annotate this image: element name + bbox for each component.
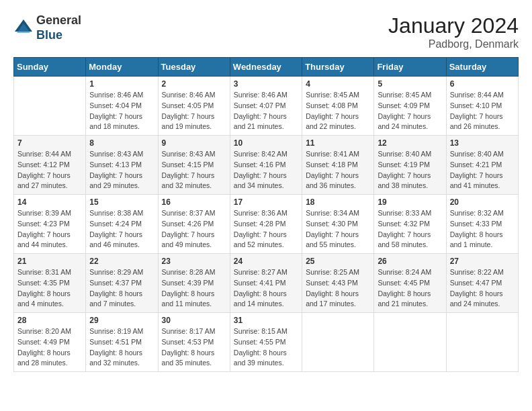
calendar-cell: 17Sunrise: 8:36 AMSunset: 4:28 PMDayligh… (230, 195, 302, 254)
day-number: 9 (162, 138, 226, 148)
calendar-cell: 27Sunrise: 8:22 AMSunset: 4:47 PMDayligh… (446, 254, 518, 313)
page-header: General Blue January 2024 Padborg, Denma… (13, 13, 519, 50)
calendar-cell: 3Sunrise: 8:46 AMSunset: 4:07 PMDaylight… (230, 77, 302, 136)
day-number: 13 (450, 138, 515, 148)
title-area: January 2024 Padborg, Denmark (388, 13, 519, 50)
day-number: 29 (89, 316, 154, 325)
day-info: Sunrise: 8:37 AMSunset: 4:26 PMDaylight:… (162, 208, 226, 250)
calendar-cell: 19Sunrise: 8:33 AMSunset: 4:32 PMDayligh… (374, 195, 446, 254)
header-day-wednesday: Wednesday (230, 58, 302, 77)
day-number: 6 (450, 79, 515, 89)
logo-icon (13, 18, 34, 38)
day-info: Sunrise: 8:20 AMSunset: 4:49 PMDaylight:… (17, 326, 82, 369)
logo: General Blue (13, 13, 81, 42)
day-info: Sunrise: 8:46 AMSunset: 4:04 PMDaylight:… (89, 90, 154, 132)
calendar-cell: 10Sunrise: 8:42 AMSunset: 4:16 PMDayligh… (230, 136, 302, 195)
calendar-cell: 8Sunrise: 8:43 AMSunset: 4:13 PMDaylight… (86, 136, 158, 195)
day-info: Sunrise: 8:29 AMSunset: 4:37 PMDaylight:… (89, 267, 154, 310)
calendar-cell: 13Sunrise: 8:40 AMSunset: 4:21 PMDayligh… (446, 136, 518, 195)
calendar-cell: 26Sunrise: 8:24 AMSunset: 4:45 PMDayligh… (374, 254, 446, 313)
week-row-3: 14Sunrise: 8:39 AMSunset: 4:23 PMDayligh… (14, 195, 519, 254)
day-number: 19 (378, 197, 442, 207)
calendar-cell: 16Sunrise: 8:37 AMSunset: 4:26 PMDayligh… (158, 195, 230, 254)
day-number: 17 (234, 197, 298, 207)
week-row-1: 1Sunrise: 8:46 AMSunset: 4:04 PMDaylight… (14, 77, 519, 136)
header-day-sunday: Sunday (14, 58, 86, 77)
day-info: Sunrise: 8:15 AMSunset: 4:55 PMDaylight:… (234, 326, 298, 369)
day-info: Sunrise: 8:32 AMSunset: 4:33 PMDaylight:… (450, 208, 515, 250)
day-number: 28 (17, 316, 82, 325)
calendar-header: SundayMondayTuesdayWednesdayThursdayFrid… (14, 58, 519, 77)
calendar-cell: 20Sunrise: 8:32 AMSunset: 4:33 PMDayligh… (446, 195, 518, 254)
calendar-cell: 22Sunrise: 8:29 AMSunset: 4:37 PMDayligh… (86, 254, 158, 313)
header-day-saturday: Saturday (446, 58, 518, 77)
day-info: Sunrise: 8:31 AMSunset: 4:35 PMDaylight:… (17, 267, 82, 310)
week-row-5: 28Sunrise: 8:20 AMSunset: 4:49 PMDayligh… (14, 313, 519, 372)
day-number: 5 (378, 79, 442, 89)
day-info: Sunrise: 8:41 AMSunset: 4:18 PMDaylight:… (306, 149, 370, 191)
logo-text: General Blue (36, 13, 81, 42)
calendar-cell: 12Sunrise: 8:40 AMSunset: 4:19 PMDayligh… (374, 136, 446, 195)
calendar-cell: 30Sunrise: 8:17 AMSunset: 4:53 PMDayligh… (158, 313, 230, 372)
day-info: Sunrise: 8:44 AMSunset: 4:10 PMDaylight:… (450, 90, 515, 132)
day-info: Sunrise: 8:28 AMSunset: 4:39 PMDaylight:… (162, 267, 226, 310)
calendar-cell: 1Sunrise: 8:46 AMSunset: 4:04 PMDaylight… (86, 77, 158, 136)
day-info: Sunrise: 8:24 AMSunset: 4:45 PMDaylight:… (378, 267, 442, 310)
calendar-title: January 2024 (388, 13, 519, 38)
week-row-2: 7Sunrise: 8:44 AMSunset: 4:12 PMDaylight… (14, 136, 519, 195)
logo-blue-text: Blue (36, 28, 81, 43)
day-number: 15 (89, 197, 154, 207)
day-info: Sunrise: 8:43 AMSunset: 4:15 PMDaylight:… (162, 149, 226, 191)
calendar-cell: 6Sunrise: 8:44 AMSunset: 4:10 PMDaylight… (446, 77, 518, 136)
calendar-cell: 15Sunrise: 8:38 AMSunset: 4:24 PMDayligh… (86, 195, 158, 254)
calendar-cell: 9Sunrise: 8:43 AMSunset: 4:15 PMDaylight… (158, 136, 230, 195)
calendar-cell: 18Sunrise: 8:34 AMSunset: 4:30 PMDayligh… (302, 195, 374, 254)
calendar-cell (374, 313, 446, 372)
day-info: Sunrise: 8:27 AMSunset: 4:41 PMDaylight:… (234, 267, 298, 310)
day-info: Sunrise: 8:45 AMSunset: 4:09 PMDaylight:… (378, 90, 442, 132)
day-info: Sunrise: 8:19 AMSunset: 4:51 PMDaylight:… (89, 326, 154, 369)
day-number: 8 (89, 138, 154, 148)
calendar-cell (302, 313, 374, 372)
day-number: 24 (234, 257, 298, 266)
calendar-cell: 7Sunrise: 8:44 AMSunset: 4:12 PMDaylight… (14, 136, 86, 195)
calendar-cell: 23Sunrise: 8:28 AMSunset: 4:39 PMDayligh… (158, 254, 230, 313)
day-info: Sunrise: 8:45 AMSunset: 4:08 PMDaylight:… (306, 90, 370, 132)
day-info: Sunrise: 8:39 AMSunset: 4:23 PMDaylight:… (17, 208, 82, 250)
calendar-cell: 29Sunrise: 8:19 AMSunset: 4:51 PMDayligh… (86, 313, 158, 372)
day-info: Sunrise: 8:42 AMSunset: 4:16 PMDaylight:… (234, 149, 298, 191)
logo-general-text: General (36, 13, 81, 28)
day-info: Sunrise: 8:25 AMSunset: 4:43 PMDaylight:… (306, 267, 370, 310)
header-day-monday: Monday (86, 58, 158, 77)
day-number: 21 (17, 257, 82, 266)
calendar-cell: 4Sunrise: 8:45 AMSunset: 4:08 PMDaylight… (302, 77, 374, 136)
calendar-cell: 2Sunrise: 8:46 AMSunset: 4:05 PMDaylight… (158, 77, 230, 136)
calendar-cell: 31Sunrise: 8:15 AMSunset: 4:55 PMDayligh… (230, 313, 302, 372)
day-info: Sunrise: 8:22 AMSunset: 4:47 PMDaylight:… (450, 267, 515, 310)
header-day-friday: Friday (374, 58, 446, 77)
day-number: 12 (378, 138, 442, 148)
day-info: Sunrise: 8:17 AMSunset: 4:53 PMDaylight:… (162, 326, 226, 369)
day-number: 31 (234, 316, 298, 325)
calendar-cell: 5Sunrise: 8:45 AMSunset: 4:09 PMDaylight… (374, 77, 446, 136)
header-row: SundayMondayTuesdayWednesdayThursdayFrid… (14, 58, 519, 77)
day-info: Sunrise: 8:46 AMSunset: 4:07 PMDaylight:… (234, 90, 298, 132)
calendar-body: 1Sunrise: 8:46 AMSunset: 4:04 PMDaylight… (14, 77, 519, 372)
day-info: Sunrise: 8:36 AMSunset: 4:28 PMDaylight:… (234, 208, 298, 250)
day-info: Sunrise: 8:44 AMSunset: 4:12 PMDaylight:… (17, 149, 82, 191)
calendar-cell: 11Sunrise: 8:41 AMSunset: 4:18 PMDayligh… (302, 136, 374, 195)
day-number: 1 (89, 79, 154, 89)
day-number: 27 (450, 257, 515, 266)
day-number: 14 (17, 197, 82, 207)
calendar-cell (446, 313, 518, 372)
day-info: Sunrise: 8:34 AMSunset: 4:30 PMDaylight:… (306, 208, 370, 250)
day-number: 26 (378, 257, 442, 266)
day-number: 2 (162, 79, 226, 89)
calendar-cell: 21Sunrise: 8:31 AMSunset: 4:35 PMDayligh… (14, 254, 86, 313)
day-number: 22 (89, 257, 154, 266)
day-info: Sunrise: 8:40 AMSunset: 4:19 PMDaylight:… (378, 149, 442, 191)
day-number: 7 (17, 138, 82, 148)
header-day-thursday: Thursday (302, 58, 374, 77)
day-info: Sunrise: 8:38 AMSunset: 4:24 PMDaylight:… (89, 208, 154, 250)
day-number: 30 (162, 316, 226, 325)
